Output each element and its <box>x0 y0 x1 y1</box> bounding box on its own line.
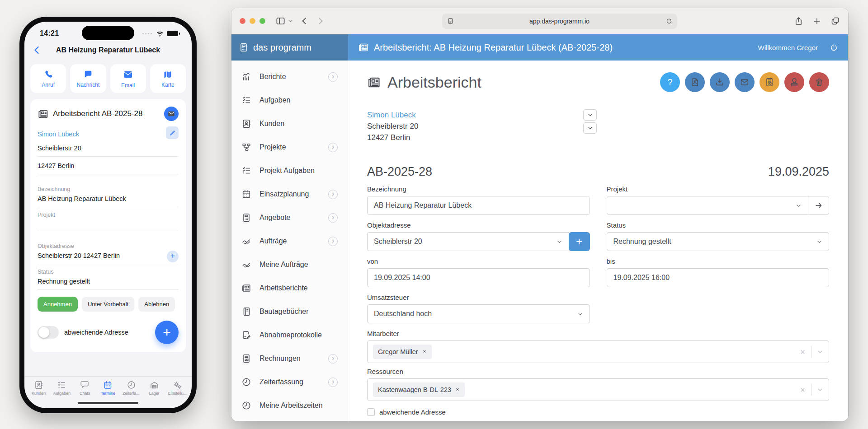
different-address-checkbox[interactable] <box>367 408 375 416</box>
send-mail-button[interactable] <box>164 107 179 121</box>
reload-icon[interactable] <box>665 18 673 25</box>
minimize-window-button[interactable] <box>250 18 255 24</box>
field-value-bezeichnung[interactable]: AB Heizung Reparatur Lübeck <box>38 192 179 207</box>
quick-action-anruf[interactable]: Anruf <box>30 64 66 93</box>
umsatzsteuer-select[interactable]: Deutschland hoch <box>367 304 590 323</box>
sidebar-item-meine-auftraege[interactable]: Meine Aufträge <box>231 253 348 276</box>
sidebar-item-angebote[interactable]: Angebote › <box>231 206 348 229</box>
sidebar-item-aufgaben[interactable]: Aufgaben <box>231 89 348 112</box>
page-settings-icon[interactable] <box>447 17 454 25</box>
url-text[interactable]: app.das-programm.io <box>529 18 590 25</box>
pdf-button[interactable] <box>685 72 705 92</box>
objektadresse-select[interactable]: Scheiblerstr 20 <box>367 232 569 251</box>
submenu-chevron-icon[interactable]: › <box>328 354 338 364</box>
go-to-project-button[interactable] <box>808 196 829 214</box>
different-address-toggle[interactable] <box>38 326 59 339</box>
close-window-button[interactable] <box>240 18 245 24</box>
sidebar-item-label: Meine Aufträge <box>259 261 308 269</box>
quick-action-karte[interactable]: Karte <box>150 64 186 93</box>
field-value-projekt[interactable] <box>38 218 179 231</box>
bezeichnung-input[interactable]: AB Heizung Reparatur Lübeck <box>367 196 590 215</box>
quick-action-nachricht[interactable]: Nachricht <box>70 64 106 93</box>
app-brand[interactable]: das programm <box>231 34 348 61</box>
submenu-chevron-icon[interactable]: › <box>328 213 338 223</box>
sidebar-item-kunden[interactable]: Kunden <box>231 112 348 135</box>
sidebar-item-meine-arbeitszeiten[interactable]: Meine Arbeitszeiten <box>231 394 348 417</box>
ressourcen-multiselect[interactable]: Kastenwaagen B-DL-223 <box>367 378 829 401</box>
submenu-chevron-icon[interactable]: › <box>328 237 338 246</box>
download-button[interactable] <box>710 72 730 92</box>
add-address-button[interactable]: + <box>569 232 590 251</box>
remove-tag-icon[interactable] <box>422 350 427 354</box>
tab-einstellungen[interactable]: Einstellu... <box>167 380 188 396</box>
tab-chats[interactable]: Chats <box>75 380 95 396</box>
tab-termine[interactable]: Termine <box>98 380 118 396</box>
field-label: Projekt <box>607 185 830 193</box>
plus-icon <box>812 17 821 26</box>
decline-button[interactable]: Ablehnen <box>138 297 175 312</box>
sidebar-item-bautagebuecher[interactable]: Bautagebücher <box>231 300 348 323</box>
sidebar-item-label: Projekte <box>259 143 286 151</box>
address-dropdown-button[interactable] <box>583 122 597 134</box>
projekt-select[interactable] <box>607 196 808 214</box>
chevron-down-icon[interactable] <box>817 387 823 393</box>
von-input[interactable]: 19.09.2025 14:00 <box>367 268 590 287</box>
accept-button[interactable]: Annehmen <box>38 297 78 312</box>
status-select[interactable]: Rechnung gestellt <box>607 232 830 251</box>
submenu-chevron-icon[interactable]: › <box>328 190 338 199</box>
add-fab-button[interactable]: + <box>155 321 179 344</box>
address-bar[interactable]: app.das-programm.io <box>442 14 677 29</box>
quick-action-email[interactable]: Email <box>110 64 146 93</box>
clear-all-icon[interactable] <box>800 349 806 355</box>
sidebar-item-einsatzplanung[interactable]: Einsatzplanung › <box>231 182 348 206</box>
phone-mockup: 14:21 AB Heizung Reparatur Lübeck Anruf … <box>19 17 197 413</box>
customer-city: 12427 Berlin <box>367 132 418 143</box>
clear-all-icon[interactable] <box>800 387 806 393</box>
invoice-button[interactable] <box>760 72 779 92</box>
bis-input[interactable]: 19.09.2025 16:00 <box>607 268 830 287</box>
mitarbeiter-multiselect[interactable]: Gregor Müller <box>367 340 829 363</box>
customer-link[interactable]: Simon Lübeck <box>367 109 418 121</box>
divider <box>811 384 811 396</box>
chevron-down-icon[interactable] <box>817 349 823 355</box>
delete-button[interactable] <box>809 72 829 92</box>
sidebar-toggle-button[interactable] <box>275 16 293 26</box>
field-value-objektadresse[interactable]: Scheiblerstr 20 12427 Berlin <box>38 249 120 264</box>
sidebar-item-abnahmeprotokolle[interactable]: Abnahmeprotokolle <box>231 323 348 347</box>
field-value-status[interactable]: Rechnung gestellt <box>38 275 179 290</box>
customer-dropdown-button[interactable] <box>583 109 597 121</box>
tab-overview-button[interactable] <box>830 16 840 26</box>
sidebar-item-rechnungen[interactable]: Rechnungen › <box>231 347 348 370</box>
tab-lager[interactable]: Lager <box>144 380 165 396</box>
back-button[interactable] <box>300 16 309 26</box>
sidebar-item-auftraege[interactable]: Aufträge › <box>231 229 348 253</box>
new-tab-button[interactable] <box>812 17 821 26</box>
tab-kunden[interactable]: Kunden <box>28 380 49 396</box>
logout-button[interactable] <box>830 43 838 52</box>
sidebar-item-zeiterfassung[interactable]: Zeiterfassung › <box>231 370 348 394</box>
home-indicator[interactable] <box>78 402 138 404</box>
edit-button[interactable] <box>166 126 179 139</box>
conditional-button[interactable]: Unter Vorbehalt <box>82 297 134 312</box>
tab-aufgaben[interactable]: Aufgaben <box>52 380 72 396</box>
share-button[interactable] <box>794 16 803 26</box>
tab-zeiterfassung[interactable]: Zeiterfa... <box>121 380 142 396</box>
back-chevron-icon[interactable] <box>32 45 42 56</box>
stamp-button[interactable] <box>784 72 804 92</box>
field-label: Status <box>38 264 179 275</box>
drawers-logo-icon <box>239 42 249 52</box>
sidebar-item-berichte[interactable]: Berichte › <box>231 65 348 89</box>
email-button[interactable] <box>735 72 755 92</box>
submenu-chevron-icon[interactable]: › <box>328 143 338 152</box>
add-address-button[interactable]: + <box>167 251 179 262</box>
submenu-chevron-icon[interactable]: › <box>328 378 338 387</box>
sidebar-item-projekt-aufgaben[interactable]: Projekt Aufgaben <box>231 159 348 182</box>
sidebar-item-arbeitsberichte[interactable]: Arbeitsberichte <box>231 276 348 300</box>
remove-tag-icon[interactable] <box>455 387 460 392</box>
customer-link[interactable]: Simon Lübeck <box>38 131 79 138</box>
forward-button[interactable] <box>316 16 325 26</box>
submenu-chevron-icon[interactable]: › <box>328 72 338 82</box>
help-button[interactable]: ? <box>660 72 680 92</box>
zoom-window-button[interactable] <box>259 18 265 24</box>
sidebar-item-projekte[interactable]: Projekte › <box>231 135 348 159</box>
